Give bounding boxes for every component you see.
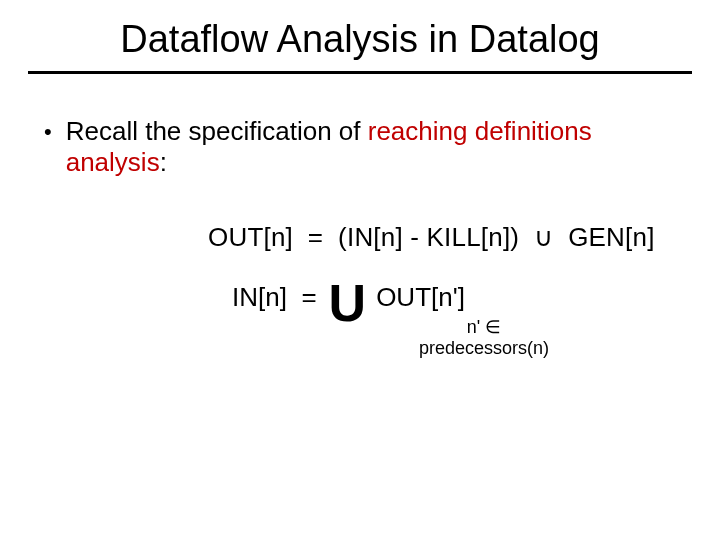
element-of-icon: ∈ <box>485 317 501 337</box>
bullet-prefix: Recall the specification of <box>66 116 368 146</box>
eq2-lhs: IN[n] <box>232 282 287 312</box>
bullet-dot: • <box>44 116 52 148</box>
equations: OUT[n] = (IN[n] - KILL[n]) ∪ GEN[n] IN[n… <box>44 222 676 358</box>
bullet-item: • Recall the specification of reaching d… <box>44 116 676 178</box>
eq1-rhs1: (IN[n] - KILL[n]) <box>338 222 519 252</box>
equation-in: IN[n] = U OUT[n'] <box>44 279 676 315</box>
union-icon: ∪ <box>534 222 553 252</box>
eq1-rhs2: GEN[n] <box>568 222 654 252</box>
subscript-var: n' <box>467 317 480 337</box>
bullet-text: Recall the specification of reaching def… <box>66 116 676 178</box>
eq1-eq: = <box>308 222 323 252</box>
subscript-line2: predecessors(n) <box>292 338 676 359</box>
bullet-suffix: : <box>160 147 167 177</box>
eq2-left: IN[n] = <box>232 282 323 313</box>
big-union-icon: U <box>323 285 373 321</box>
eq2-eq: = <box>301 282 316 312</box>
slide-title: Dataflow Analysis in Datalog <box>0 0 720 61</box>
eq1-lhs: OUT[n] <box>208 222 293 252</box>
slide-body: • Recall the specification of reaching d… <box>0 74 720 358</box>
slide: Dataflow Analysis in Datalog • Recall th… <box>0 0 720 540</box>
equation-out: OUT[n] = (IN[n] - KILL[n]) ∪ GEN[n] <box>44 222 676 253</box>
eq2-rhs: OUT[n'] <box>372 282 465 313</box>
